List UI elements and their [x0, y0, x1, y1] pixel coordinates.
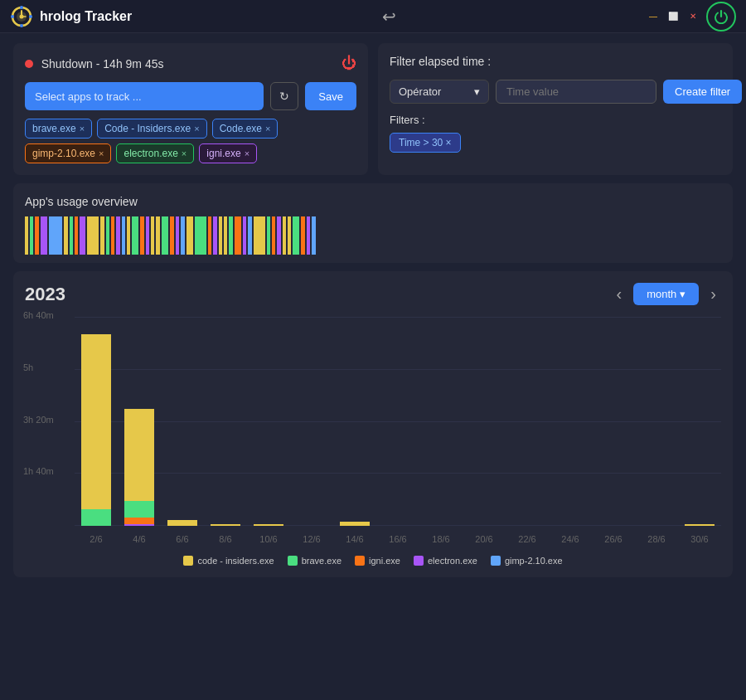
legend-color-dot: [288, 556, 298, 566]
tag-close-icon[interactable]: ×: [265, 124, 270, 134]
tag-igni[interactable]: igni.exe×: [199, 143, 257, 163]
legend-label: igni.exe: [369, 556, 400, 566]
back-button[interactable]: ↩: [382, 7, 396, 27]
legend-item: gimp-2.10.exe: [491, 556, 563, 566]
x-label: 6/6: [161, 529, 204, 549]
period-chevron-icon: ▾: [680, 288, 685, 300]
timeline-bar: [25, 216, 721, 255]
bar-segment-code: [124, 409, 154, 502]
save-button[interactable]: Save: [305, 82, 356, 110]
timeline-segment: [127, 216, 130, 255]
tag-label: Code - Insiders.exe: [104, 123, 191, 134]
titlebar-left: hrolog Tracker: [10, 5, 132, 28]
filter-title: Filter elapsed time :: [390, 55, 721, 68]
bar-segment-code: [254, 524, 283, 526]
filters-label: Filters :: [390, 114, 721, 126]
svg-point-5: [20, 6, 23, 9]
legend-item: electron.exe: [414, 556, 477, 566]
period-button[interactable]: month ▾: [633, 283, 699, 305]
power-button-main[interactable]: [706, 2, 736, 32]
timeline-segment: [146, 216, 149, 255]
chart-year: 2023: [25, 284, 605, 305]
tag-code[interactable]: Code.exe×: [212, 119, 279, 139]
shutdown-text: Shutdown - 14h 9m 45s: [41, 57, 164, 70]
shutdown-status: Shutdown - 14h 9m 45s: [25, 57, 164, 70]
timeline-segment: [283, 216, 286, 255]
timeline-segment: [70, 216, 73, 255]
legend-label: code - insiders.exe: [197, 556, 274, 566]
panels-row: Shutdown - 14h 9m 45s ⏻ ↻ Save brave.exe…: [13, 43, 733, 175]
next-period-button[interactable]: ›: [705, 283, 721, 305]
x-label: 20/6: [463, 529, 506, 549]
bar-group: [678, 317, 721, 526]
x-label: 28/6: [635, 529, 678, 549]
close-button[interactable]: ✕: [686, 10, 700, 23]
tag-close-icon[interactable]: ×: [194, 124, 199, 134]
tag-code-insiders[interactable]: Code - Insiders.exe×: [97, 119, 207, 139]
bar-group: [204, 317, 247, 526]
legend-item: brave.exe: [288, 556, 342, 566]
timeline-segment: [35, 216, 39, 255]
bar-segment-brave: [124, 501, 154, 518]
grid-label: 5h: [23, 362, 33, 372]
bar-segment-code: [340, 522, 370, 526]
grid-label: 6h 40m: [23, 310, 54, 320]
maximize-button[interactable]: ⬜: [666, 10, 680, 23]
chevron-down-icon: ▾: [474, 85, 480, 98]
time-value-input[interactable]: [496, 80, 656, 104]
timeline-segment: [140, 216, 144, 255]
timeline-segment: [235, 216, 241, 255]
timeline-segment: [116, 216, 120, 255]
prev-period-button[interactable]: ‹: [612, 283, 627, 305]
timeline-segment: [162, 216, 168, 255]
filter-tag-time30[interactable]: Time > 30 ×: [390, 133, 461, 153]
filter-row: Opérator ▾ Create filter: [390, 80, 721, 104]
timeline-segment: [151, 216, 154, 255]
tag-brave[interactable]: brave.exe×: [25, 119, 92, 139]
tag-close-icon[interactable]: ×: [80, 124, 85, 134]
operator-select[interactable]: Opérator ▾: [390, 80, 489, 104]
x-label: 8/6: [204, 529, 247, 549]
bar-group: [247, 317, 290, 526]
shutdown-row: Shutdown - 14h 9m 45s ⏻: [25, 55, 356, 72]
x-label: 22/6: [506, 529, 549, 549]
bar-group: [419, 317, 463, 526]
power-icon-small[interactable]: ⏻: [342, 55, 356, 72]
shutdown-indicator-dot: [25, 60, 33, 68]
timeline-segment: [277, 216, 281, 255]
overview-panel: App's usage overview: [13, 183, 733, 263]
timeline-segment: [312, 216, 316, 255]
tag-gimp[interactable]: gimp-2.10.exe×: [25, 143, 111, 163]
x-label: 10/6: [247, 529, 290, 549]
create-filter-button[interactable]: Create filter: [663, 80, 742, 104]
x-label: 16/6: [376, 529, 419, 549]
bar-segment-igni: [124, 518, 154, 523]
timeline-segment: [75, 216, 78, 255]
bar-group: [635, 317, 678, 526]
tag-close-icon[interactable]: ×: [99, 148, 104, 158]
period-label: month: [647, 288, 676, 300]
tag-electron[interactable]: electron.exe×: [116, 143, 194, 163]
tag-label: igni.exe: [206, 148, 240, 159]
bar-segment-code: [211, 524, 240, 526]
titlebar: hrolog Tracker ↩ — ⬜ ✕: [0, 0, 746, 33]
bar-group: [118, 317, 161, 526]
bar-segment-brave: [81, 509, 111, 526]
timeline-segment: [293, 216, 299, 255]
timeline-segment: [106, 216, 109, 255]
bar-group: [592, 317, 635, 526]
legend-label: electron.exe: [428, 556, 477, 566]
app-search-input[interactable]: [25, 82, 264, 110]
svg-point-6: [20, 24, 23, 27]
tag-label: brave.exe: [32, 123, 76, 134]
refresh-button[interactable]: ↻: [270, 82, 298, 110]
tag-label: electron.exe: [124, 148, 177, 159]
legend-color-dot: [491, 556, 501, 566]
x-label: 14/6: [333, 529, 376, 549]
bar-group: [376, 317, 419, 526]
timeline-segment: [80, 216, 85, 255]
tag-close-icon[interactable]: ×: [245, 148, 249, 158]
minimize-button[interactable]: —: [647, 10, 660, 23]
x-labels: 2/64/66/68/610/612/614/616/618/620/622/6…: [75, 529, 721, 549]
tag-close-icon[interactable]: ×: [182, 148, 186, 158]
